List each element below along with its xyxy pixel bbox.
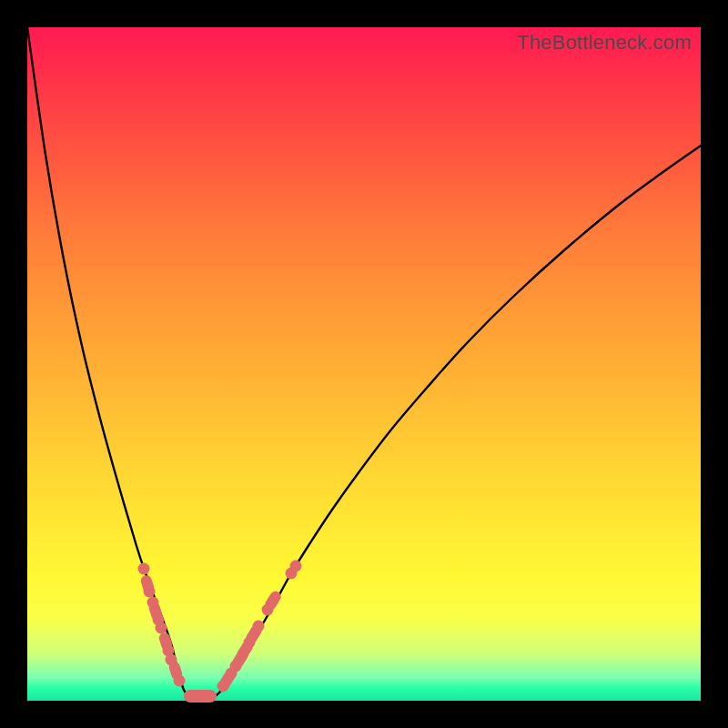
bottleneck-curve — [27, 27, 701, 701]
curve-marker — [174, 675, 186, 687]
chart-frame: TheBottleneck.com — [0, 0, 728, 728]
curve-marker — [156, 622, 167, 634]
curve-marker — [144, 586, 156, 598]
curve-marker — [290, 561, 302, 572]
data-markers — [138, 561, 302, 703]
curve-marker — [253, 621, 265, 632]
curve-marker — [138, 563, 150, 575]
curve-layer — [27, 27, 701, 701]
trough-marker — [184, 690, 217, 703]
plot-area: TheBottleneck.com — [27, 27, 701, 701]
